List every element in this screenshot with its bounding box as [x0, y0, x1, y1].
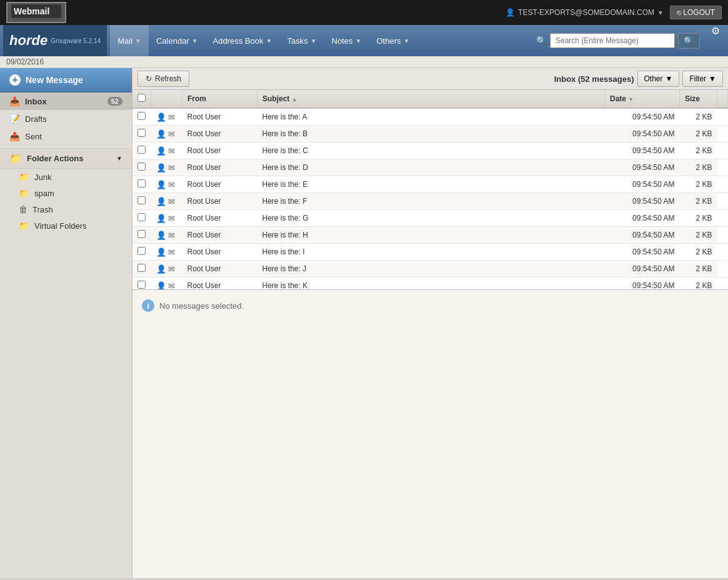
row-from: Root User [182, 159, 257, 176]
nav-calendar[interactable]: Calendar ▼ [149, 25, 206, 56]
contact-icon: 👤 [156, 112, 166, 122]
sidebar-item-sent[interactable]: 📤 Sent [0, 128, 132, 145]
drafts-icon: 📝 [9, 114, 20, 124]
user-info[interactable]: 👤 TEST-EXPORTS@SOMEDOMAIN.COM ▼ [506, 8, 664, 17]
row-size: 2 KB [680, 193, 717, 210]
sidebar-item-spam[interactable]: 📁 spam [0, 185, 132, 201]
row-checkbox-cell[interactable] [132, 244, 151, 261]
sidebar-item-junk[interactable]: 📁 Junk [0, 169, 132, 185]
sidebar-item-inbox[interactable]: 📥 Inbox 52 [0, 92, 132, 110]
table-row[interactable]: 👤 ✉ Root User Here is the: K 09:54:50 AM… [132, 278, 728, 291]
search-input[interactable] [550, 33, 675, 48]
col-header-icons [151, 90, 182, 108]
message-table-container: From Subject ▲ Date ▼ Size [132, 90, 728, 290]
select-all-checkbox[interactable] [137, 94, 146, 102]
row-checkbox[interactable] [137, 213, 146, 221]
row-checkbox-cell[interactable] [132, 126, 151, 142]
toolbar-right: Inbox (52 messages) Other ▼ Filter ▼ [554, 71, 723, 87]
table-row[interactable]: 👤 ✉ Root User Here is the: G 09:54:50 AM… [132, 210, 728, 227]
row-checkbox[interactable] [137, 112, 146, 120]
row-checkbox-cell[interactable] [132, 278, 151, 291]
logo: Webmail [6, 2, 66, 23]
table-row[interactable]: 👤 ✉ Root User Here is the: H 09:54:50 AM… [132, 227, 728, 244]
nav-tasks[interactable]: Tasks ▼ [279, 25, 324, 56]
row-icons-cell: 👤 ✉ [151, 142, 182, 159]
spam-label: spam [34, 189, 54, 198]
chevron-down-icon: ▼ [135, 38, 141, 44]
contact-icon: 👤 [156, 214, 166, 223]
row-size: 2 KB [680, 278, 717, 291]
row-from: Root User [182, 244, 257, 261]
row-checkbox[interactable] [137, 196, 146, 204]
row-checkbox-cell[interactable] [132, 210, 151, 227]
filter-button[interactable]: Filter ▼ [682, 71, 723, 87]
sidebar-item-drafts[interactable]: 📝 Drafts [0, 110, 132, 128]
col-header-from[interactable]: From [182, 90, 257, 108]
refresh-button[interactable]: ↻ Refresh [137, 71, 189, 87]
row-checkbox[interactable] [137, 129, 146, 137]
nav-others[interactable]: Others ▼ [369, 25, 417, 56]
row-checkbox-cell[interactable] [132, 108, 151, 126]
row-size: 2 KB [680, 126, 717, 142]
spam-folder-icon: 📁 [19, 188, 29, 198]
col-header-size[interactable]: Size [680, 90, 717, 108]
row-icons-cell: 👤 ✉ [151, 210, 182, 227]
inbox-count-label: Inbox (52 messages) [554, 74, 634, 84]
new-message-button[interactable]: + New Message [0, 68, 132, 92]
contact-icon: 👤 [156, 197, 166, 206]
message-table: From Subject ▲ Date ▼ Size [132, 90, 728, 290]
row-checkbox-cell[interactable] [132, 176, 151, 193]
email-icon: ✉ [168, 264, 175, 274]
folder-actions-icon: 📁 [9, 152, 22, 164]
table-row[interactable]: 👤 ✉ Root User Here is the: J 09:54:50 AM… [132, 261, 728, 278]
row-date: 09:54:50 AM [605, 159, 680, 176]
row-checkbox[interactable] [137, 230, 146, 238]
user-icon: 👤 [506, 8, 515, 17]
email-icon: ✉ [168, 146, 175, 156]
folder-actions-button[interactable]: 📁 Folder Actions ▼ [0, 148, 132, 169]
virtual-folders-icon: 📁 [19, 221, 29, 231]
row-checkbox[interactable] [137, 264, 146, 272]
col-header-scroll [717, 90, 728, 108]
row-checkbox-cell[interactable] [132, 159, 151, 176]
row-checkbox[interactable] [137, 162, 146, 171]
table-row[interactable]: 👤 ✉ Root User Here is the: I 09:54:50 AM… [132, 244, 728, 261]
row-checkbox-cell[interactable] [132, 142, 151, 159]
col-header-checkbox[interactable] [132, 90, 151, 108]
col-header-date[interactable]: Date ▼ [605, 90, 680, 108]
refresh-icon: ↻ [146, 74, 152, 83]
sidebar-item-trash[interactable]: 🗑 Trash [0, 201, 132, 218]
row-checkbox[interactable] [137, 281, 146, 289]
search-button[interactable]: 🔍 [678, 33, 700, 49]
row-checkbox[interactable] [137, 146, 146, 154]
other-button[interactable]: Other ▼ [637, 71, 680, 87]
logout-button[interactable]: ⎋ LOGOUT [670, 6, 722, 19]
nav-mail[interactable]: Mail ▼ [110, 25, 149, 56]
col-header-subject[interactable]: Subject ▲ [257, 90, 605, 108]
table-row[interactable]: 👤 ✉ Root User Here is the: A 09:54:50 AM… [132, 108, 728, 126]
chevron-down-icon: ▼ [666, 74, 673, 83]
nav-address-book[interactable]: Address Book ▼ [206, 25, 280, 56]
nav-notes-label: Notes [332, 36, 353, 46]
new-message-icon: + [9, 74, 21, 86]
row-size: 2 KB [680, 227, 717, 244]
table-row[interactable]: 👤 ✉ Root User Here is the: D 09:54:50 AM… [132, 159, 728, 176]
no-message-text: No messages selected. [159, 301, 244, 311]
table-row[interactable]: 👤 ✉ Root User Here is the: F 09:54:50 AM… [132, 193, 728, 210]
row-checkbox-cell[interactable] [132, 261, 151, 278]
table-row[interactable]: 👤 ✉ Root User Here is the: B 09:54:50 AM… [132, 126, 728, 142]
row-checkbox-cell[interactable] [132, 227, 151, 244]
settings-button[interactable]: ⚙ [706, 25, 725, 56]
table-row[interactable]: 👤 ✉ Root User Here is the: E 09:54:50 AM… [132, 176, 728, 193]
row-checkbox-cell[interactable] [132, 193, 151, 210]
contact-icon: 👤 [156, 264, 166, 274]
row-icons-cell: 👤 ✉ [151, 261, 182, 278]
row-checkbox[interactable] [137, 179, 146, 188]
row-icons-cell: 👤 ✉ [151, 227, 182, 244]
inbox-label: Inbox [25, 97, 47, 106]
nav-notes[interactable]: Notes ▼ [324, 25, 369, 56]
table-row[interactable]: 👤 ✉ Root User Here is the: C 09:54:50 AM… [132, 142, 728, 159]
email-icon: ✉ [168, 163, 175, 172]
row-checkbox[interactable] [137, 247, 146, 255]
sidebar-item-virtual-folders[interactable]: 📁 Virtual Folders [0, 218, 132, 234]
